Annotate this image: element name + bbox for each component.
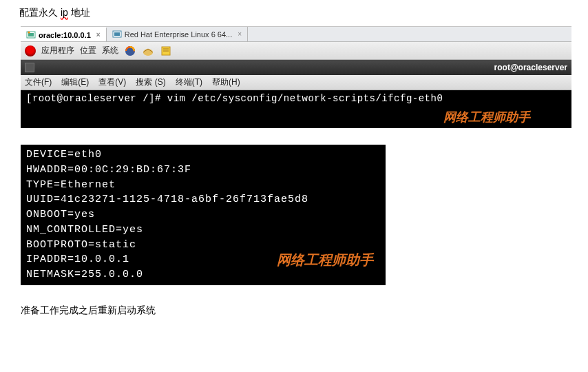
menu-view[interactable]: 查看(V) <box>98 76 126 88</box>
redhat-logo-icon[interactable] <box>25 45 36 56</box>
vm-icon <box>26 30 36 40</box>
tab-oracle-label: oracle:10.0.0.1 <box>39 31 91 39</box>
panel-system[interactable]: 系统 <box>102 45 118 56</box>
svg-rect-1 <box>28 33 34 37</box>
terminal-title: root@oracleserver <box>39 63 567 72</box>
terminal-command-line: [root@oracleserver /]# vim /etc/sysconfi… <box>26 93 566 104</box>
close-icon[interactable]: × <box>96 31 101 39</box>
firefox-icon[interactable] <box>124 45 136 57</box>
document-footer-note: 准备工作完成之后重新启动系统 <box>21 304 574 317</box>
menu-terminal[interactable]: 终端(T) <box>176 76 202 88</box>
svg-point-2 <box>28 31 30 33</box>
config-hwaddr: HWADDR=00:0C:29:BD:67:3F <box>26 163 380 178</box>
panel-applications[interactable]: 应用程序 <box>41 45 74 56</box>
menu-edit[interactable]: 编辑(E) <box>61 76 89 88</box>
terminal-menubar: 文件(F) 编辑(E) 查看(V) 搜索 (S) 终端(T) 帮助(H) <box>21 75 571 90</box>
watermark-text: 网络工程师助手 <box>443 109 530 125</box>
terminal-titlebar: root@oracleserver <box>21 60 571 75</box>
heading-prefix: 配置永久 <box>19 7 61 18</box>
menu-search[interactable]: 搜索 (S) <box>136 76 165 88</box>
tab-redhat-label: Red Hat Enterprise Linux 6 64... <box>125 30 233 39</box>
config-type: TYPE=Ethernet <box>26 178 380 193</box>
terminal-output[interactable]: [root@oracleserver /]# vim /etc/sysconfi… <box>21 90 571 128</box>
svg-rect-4 <box>114 32 120 36</box>
svg-point-6 <box>143 49 153 56</box>
menu-help[interactable]: 帮助(H) <box>212 76 240 88</box>
config-device: DEVICE=eth0 <box>26 147 380 163</box>
terminal-icon <box>25 63 34 72</box>
panel-places[interactable]: 位置 <box>80 45 96 56</box>
config-onboot: ONBOOT=yes <box>26 207 380 223</box>
heading-ip: ip <box>61 7 68 18</box>
tab-oracle[interactable]: oracle:10.0.0.1 × <box>21 27 107 41</box>
vm-window: oracle:10.0.0.1 × Red Hat Enterprise Lin… <box>21 26 571 128</box>
tab-bar: oracle:10.0.0.1 × Red Hat Enterprise Lin… <box>21 27 571 42</box>
gnome-panel: 应用程序 位置 系统 <box>21 42 571 60</box>
close-icon[interactable]: × <box>238 30 242 38</box>
config-nmcontrolled: NM_CONTROLLED=yes <box>26 223 380 238</box>
notes-icon[interactable] <box>160 45 172 57</box>
watermark-text: 网络工程师助手 <box>277 250 373 270</box>
tab-redhat[interactable]: Red Hat Enterprise Linux 6 64... × <box>107 27 248 41</box>
document-heading: 配置永久 ip 地址 <box>14 7 574 19</box>
menu-file[interactable]: 文件(F) <box>25 76 52 88</box>
ifcfg-file-content: DEVICE=eth0 HWADDR=00:0C:29:BD:67:3F TYP… <box>21 145 386 285</box>
heading-suffix: 地址 <box>68 7 90 18</box>
vm-icon <box>112 30 122 39</box>
config-uuid: UUID=41c23271-1125-4718-a6bf-26f713fae5d… <box>26 192 380 207</box>
mail-icon[interactable] <box>142 45 154 57</box>
